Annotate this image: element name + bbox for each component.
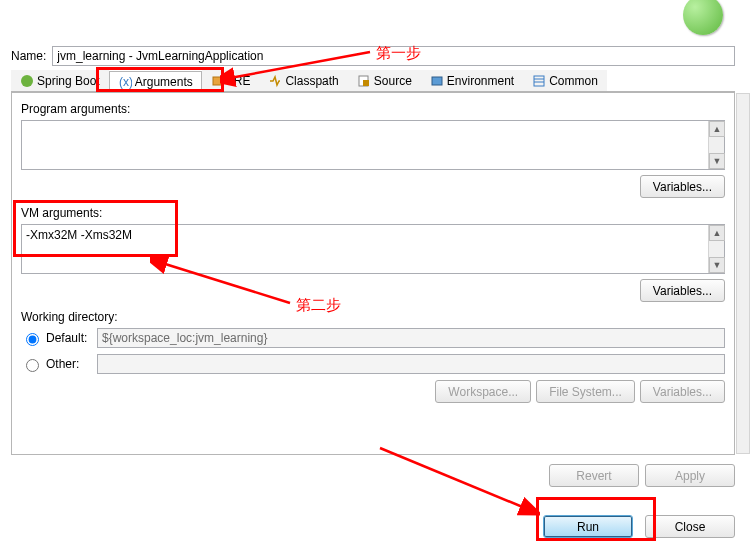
default-radio[interactable] (26, 333, 39, 346)
other-text: Other: (46, 357, 79, 371)
default-radio-label[interactable]: Default: (21, 330, 89, 346)
tab-source[interactable]: Source (348, 70, 421, 91)
tab-label: Source (374, 74, 412, 88)
scrollbar[interactable]: ▲ ▼ (708, 225, 724, 273)
tab-spring-boot[interactable]: Spring Boot (11, 70, 109, 91)
source-icon (357, 74, 371, 88)
working-dir-label: Working directory: (21, 310, 725, 324)
classpath-icon (268, 74, 282, 88)
common-icon (532, 74, 546, 88)
env-icon (430, 74, 444, 88)
leaf-icon (20, 74, 34, 88)
other-radio-label[interactable]: Other: (21, 356, 89, 372)
default-path-input (97, 328, 725, 348)
footer-buttons: Revert Apply (549, 464, 735, 487)
run-button[interactable]: Run (543, 515, 633, 538)
tab-label: Common (549, 74, 598, 88)
workspace-button[interactable]: Workspace... (435, 380, 531, 403)
revert-button[interactable]: Revert (549, 464, 639, 487)
filesystem-button[interactable]: File System... (536, 380, 635, 403)
svg-line-14 (380, 448, 525, 508)
dialog-buttons: Run Close (543, 515, 735, 538)
scrollbar[interactable]: ▲ ▼ (708, 121, 724, 169)
scroll-up-icon[interactable]: ▲ (709, 225, 725, 241)
default-text: Default: (46, 331, 87, 345)
program-args-wrap: ▲ ▼ (21, 120, 725, 170)
vm-args-wrap: -Xmx32M -Xms32M ▲ ▼ (21, 224, 725, 274)
name-row: Name: (11, 46, 735, 66)
tab-bar: Spring Boot (x)= Arguments JRE Classpath… (11, 70, 735, 92)
variables-button-1[interactable]: Variables... (640, 175, 725, 198)
svg-point-0 (21, 75, 33, 87)
tab-label: JRE (228, 74, 251, 88)
other-radio[interactable] (26, 359, 39, 372)
program-args-label: Program arguments: (21, 102, 725, 116)
jre-icon (211, 74, 225, 88)
scroll-up-icon[interactable]: ▲ (709, 121, 725, 137)
tab-label: Spring Boot (37, 74, 100, 88)
args-icon: (x)= (118, 75, 132, 89)
tab-label: Classpath (285, 74, 338, 88)
name-input[interactable] (52, 46, 735, 66)
tab-environment[interactable]: Environment (421, 70, 523, 91)
tab-label: Arguments (135, 75, 193, 89)
header-icon (683, 0, 723, 35)
scroll-down-icon[interactable]: ▼ (709, 153, 725, 169)
other-path-input (97, 354, 725, 374)
svg-rect-4 (363, 80, 369, 86)
variables-button-2[interactable]: Variables... (640, 279, 725, 302)
tab-jre[interactable]: JRE (202, 70, 260, 91)
name-label: Name: (11, 49, 46, 63)
svg-rect-5 (432, 77, 442, 85)
program-args-input[interactable] (22, 121, 708, 169)
panel-scrollbar[interactable] (736, 93, 750, 454)
arguments-panel: Program arguments: ▲ ▼ Variables... VM a… (11, 92, 735, 455)
apply-button[interactable]: Apply (645, 464, 735, 487)
scroll-down-icon[interactable]: ▼ (709, 257, 725, 273)
svg-rect-2 (213, 77, 223, 85)
vm-args-input[interactable]: -Xmx32M -Xms32M (22, 225, 708, 273)
svg-rect-6 (534, 76, 544, 86)
vm-args-label: VM arguments: (21, 206, 725, 220)
variables-button-3[interactable]: Variables... (640, 380, 725, 403)
tab-common[interactable]: Common (523, 70, 607, 91)
tab-label: Environment (447, 74, 514, 88)
tab-classpath[interactable]: Classpath (259, 70, 347, 91)
svg-text:(x)=: (x)= (119, 75, 132, 89)
close-button[interactable]: Close (645, 515, 735, 538)
tab-arguments[interactable]: (x)= Arguments (109, 71, 202, 92)
